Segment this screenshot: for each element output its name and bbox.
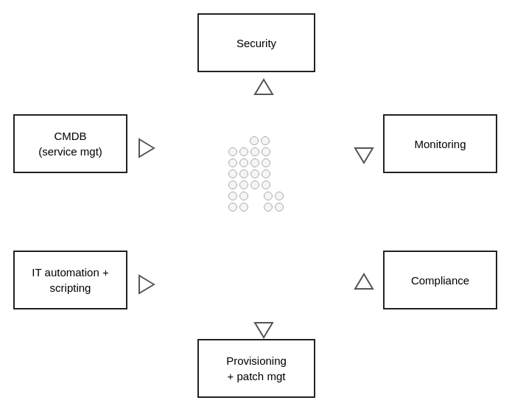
svg-marker-5 (255, 323, 273, 337)
box-it-automation-label: IT automation + scripting (32, 265, 108, 295)
arrow-left-top (135, 138, 155, 161)
svg-marker-0 (255, 80, 273, 94)
box-provisioning: Provisioning + patch mgt (197, 339, 315, 398)
box-compliance-label: Compliance (411, 273, 469, 288)
arrow-top (253, 78, 274, 102)
box-provisioning-label: Provisioning + patch mgt (226, 353, 287, 384)
box-security-label: Security (236, 35, 276, 51)
svg-marker-1 (355, 148, 373, 163)
svg-marker-4 (139, 276, 154, 293)
box-it-automation: IT automation + scripting (13, 251, 127, 309)
box-cmdb-label: CMDB (service mgt) (38, 128, 102, 159)
box-monitoring-label: Monitoring (414, 136, 466, 152)
box-cmdb: CMDB (service mgt) (13, 114, 127, 173)
diagram: Security CMDB (service mgt) Monitoring I… (0, 0, 512, 420)
svg-marker-3 (139, 139, 154, 157)
arrow-bottom-right (354, 273, 374, 296)
arrow-bottom (253, 318, 274, 342)
arrow-right-top (354, 144, 374, 167)
box-security: Security (197, 13, 315, 72)
arrow-left-bottom (135, 274, 155, 298)
svg-marker-2 (355, 274, 373, 289)
box-compliance: Compliance (383, 251, 497, 309)
center-figure (228, 136, 284, 211)
box-monitoring: Monitoring (383, 114, 497, 173)
